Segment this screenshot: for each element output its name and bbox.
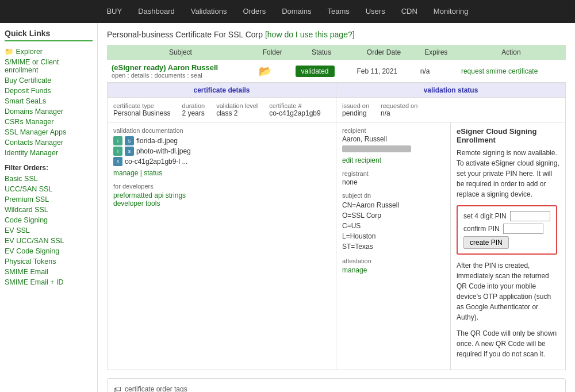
folder-icon[interactable]: 📂	[259, 66, 271, 77]
nav-users[interactable]: Users	[358, 0, 393, 23]
sidebar-item-smime[interactable]: S/MIME or Client enrollment	[5, 57, 93, 75]
esigner-text3: The QR Code will only be shown once. A n…	[457, 328, 559, 359]
pin-label: set 4 digit PIN	[463, 212, 507, 220]
nav-buy[interactable]: BUY	[98, 0, 130, 23]
subject-dn-label: subject dn	[342, 192, 444, 199]
esigner-text1: Remote signing is now available. To acti…	[457, 148, 559, 199]
table-row: (eSigner ready) Aaron Russell open : det…	[107, 60, 566, 83]
main-wrapper: Quick Links 📁 Explorer S/MIME or Client …	[0, 23, 575, 392]
requested-value: n/a	[381, 109, 417, 117]
expires: n/a	[416, 60, 457, 83]
sidebar-filter-smime-id[interactable]: SMIME Email + ID	[5, 277, 93, 287]
nav-domains[interactable]: Domains	[274, 0, 319, 23]
nav-dashboard[interactable]: Dashboard	[130, 0, 183, 23]
requested-label: requested on	[381, 102, 417, 109]
confirm-pin-input[interactable]	[503, 224, 543, 234]
cert-type-value: Personal Business	[113, 109, 170, 117]
tags-title: certificate order tags	[125, 385, 187, 392]
certificate-table: Subject Folder Status Order Date Expires…	[107, 45, 566, 83]
subject-dn-value: CN=Aaron Russell O=SSL Corp C=US L=Houst…	[342, 200, 444, 252]
sidebar-filter-physical[interactable]: Physical Tokens	[5, 256, 93, 267]
sidebar-filter-ev-ssl[interactable]: EV SSL	[5, 225, 93, 236]
nav-monitoring[interactable]: Monitoring	[425, 0, 477, 23]
filter-orders-label: Filter Orders:	[5, 164, 93, 172]
col-expires: Expires	[416, 45, 457, 60]
sidebar-filter-ev-code[interactable]: EV Code Signing	[5, 246, 93, 256]
attestation-label: attestation	[342, 258, 444, 264]
pin-input[interactable]	[510, 211, 550, 221]
manage-links: manage | status	[113, 168, 330, 177]
sidebar-filter-basic-ssl[interactable]: Basic SSL	[5, 174, 93, 184]
esigner-text2: After the PIN is created, immediately sc…	[457, 260, 559, 322]
sidebar-filter-smime[interactable]: SMIME Email	[5, 267, 93, 277]
tags-header: 🏷 certificate order tags	[113, 385, 559, 392]
help-link[interactable]: [how do I use this page?]	[265, 30, 355, 39]
doc-item-3: s co-c41g2ap1gb9-l ...	[113, 157, 330, 166]
order-date: Feb 11, 2021	[352, 60, 415, 83]
sidebar: Quick Links 📁 Explorer S/MIME or Client …	[0, 23, 98, 392]
sidebar-item-ssl-apps[interactable]: SSL Manager Apps	[5, 127, 93, 137]
sidebar-item-explorer[interactable]: 📁 Explorer	[5, 46, 93, 57]
registrant-label: registrant	[342, 170, 444, 177]
registrant-value: none	[342, 178, 444, 186]
edit-recipient-link[interactable]: edit recipient	[342, 156, 381, 164]
pin-form: set 4 digit PIN confirm PIN create PIN	[457, 205, 557, 255]
sidebar-title: Quick Links	[5, 29, 93, 41]
col-action: Action	[457, 45, 566, 60]
cert-links: open : details : documents : seal	[112, 72, 250, 79]
doc-item-1: i s florida-dl.jpeg	[113, 136, 330, 145]
sidebar-item-buy-cert[interactable]: Buy Certificate	[5, 75, 93, 86]
nav-teams[interactable]: Teams	[319, 0, 357, 23]
content-area: Personal-business Certificate For SSL Co…	[98, 23, 575, 392]
cert-number-label: certificate #	[269, 102, 320, 109]
recipient-label: recipient	[342, 127, 444, 134]
preformatted-api-link[interactable]: preformatted api strings	[113, 191, 330, 199]
duration-label: duration	[182, 102, 205, 109]
col-subject: Subject	[107, 45, 254, 60]
tag-icon: 🏷	[113, 385, 121, 392]
sidebar-item-deposit[interactable]: Deposit Funds	[5, 86, 93, 96]
sidebar-item-contacts[interactable]: Contacts Manager	[5, 137, 93, 148]
validation-status-header: validation status	[336, 83, 565, 97]
doc-item-2: i s photo-with-dl.jpeg	[113, 147, 330, 156]
cert-details-header: certificate details	[108, 83, 336, 97]
tags-section: 🏷 certificate order tags	[107, 378, 566, 392]
duration-value: 2 years	[182, 109, 205, 117]
sidebar-filter-ucc[interactable]: UCC/SAN SSL	[5, 184, 93, 194]
developer-tools-link[interactable]: developer tools	[113, 199, 330, 207]
sidebar-item-domains[interactable]: Domains Manager	[5, 106, 93, 117]
create-pin-button[interactable]: create PIN	[463, 236, 509, 249]
doc-icon-3: i	[113, 147, 122, 156]
col-folder: Folder	[254, 45, 291, 60]
sidebar-filter-code-signing[interactable]: Code Signing	[5, 215, 93, 225]
cert-type-label: certificate type	[113, 102, 170, 109]
cert-number-value: co-c41g2ap1gb9	[269, 109, 320, 117]
recipient-name: Aaron, Russell	[342, 135, 444, 143]
sidebar-item-csrs[interactable]: CSRs Manager	[5, 117, 93, 127]
val-docs-title: validation documentation	[113, 127, 330, 134]
col-order-date: Order Date	[352, 45, 415, 60]
col-status: Status	[291, 45, 352, 60]
sidebar-filter-premium[interactable]: Premium SSL	[5, 194, 93, 205]
doc-icon-2: s	[125, 136, 134, 145]
sidebar-filter-wildcard[interactable]: Wildcard SSL	[5, 205, 93, 215]
manage-link[interactable]: manage | status	[113, 169, 162, 177]
sidebar-item-smart-seals[interactable]: Smart SeaLs	[5, 96, 93, 106]
redacted-bar	[342, 145, 411, 152]
confirm-pin-label: confirm PIN	[463, 225, 500, 233]
top-navigation: BUY Dashboard Validations Orders Domains…	[0, 0, 575, 23]
doc-icon-4: s	[125, 147, 134, 156]
nav-orders[interactable]: Orders	[235, 0, 274, 23]
issued-value: pending	[342, 109, 369, 117]
esigner-title: eSigner Cloud Signing Enrollment	[457, 127, 559, 144]
page-title: Personal-business Certificate For SSL Co…	[107, 30, 566, 39]
nav-validations[interactable]: Validations	[183, 0, 235, 23]
attestation-manage-link[interactable]: manage	[342, 266, 367, 274]
sidebar-filter-ev-ucc[interactable]: EV UCC/SAN SSL	[5, 236, 93, 246]
level-value: class 2	[216, 109, 258, 117]
level-label: validation level	[216, 102, 258, 109]
doc-icon-5: s	[113, 157, 122, 166]
request-smime-link[interactable]: request smime certificate	[461, 67, 538, 75]
nav-cdn[interactable]: CDN	[393, 0, 425, 23]
sidebar-item-identity[interactable]: Identity Manager	[5, 148, 93, 158]
